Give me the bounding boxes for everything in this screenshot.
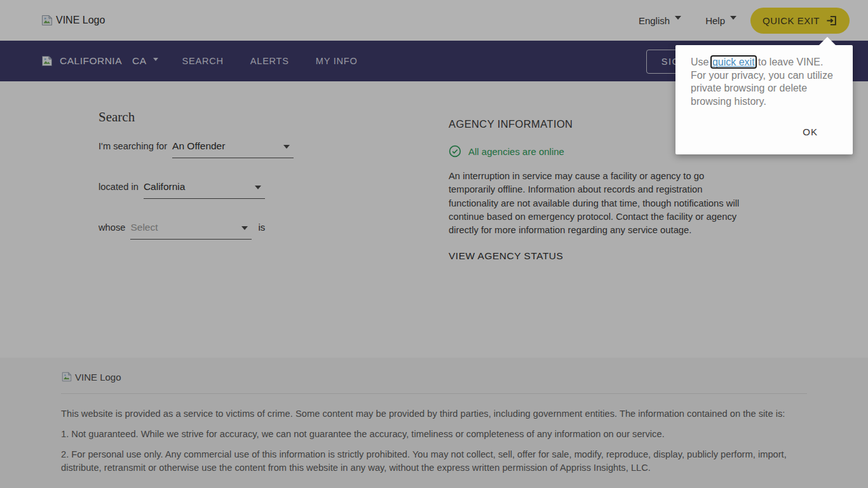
quick-exit-link[interactable]: quick exit	[712, 57, 756, 67]
quick-exit-tooltip: Use quick exit to leave VINE. For your p…	[675, 45, 853, 154]
vine-page: VINE Logo English Help QUICK EXIT	[0, 0, 868, 488]
tooltip-text-prefix: Use	[691, 57, 712, 67]
tooltip-ok-button[interactable]: OK	[799, 126, 822, 138]
tooltip-arrow	[818, 37, 836, 46]
